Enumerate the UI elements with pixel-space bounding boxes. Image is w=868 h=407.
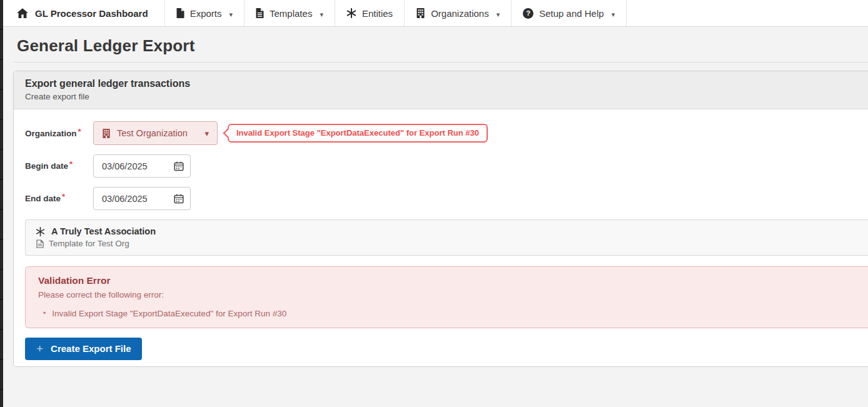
file-icon: [176, 8, 184, 18]
nav-item-label: Setup and Help: [539, 8, 603, 19]
end-date-row: End date* 03/06/2025: [25, 187, 868, 210]
plus-icon: [36, 343, 43, 354]
nav-item-exports[interactable]: Exports: [165, 0, 245, 26]
required-asterisk: *: [78, 127, 81, 136]
organization-label: Organization*: [25, 129, 93, 138]
nav-item-label: Entities: [362, 8, 393, 19]
panel-header: Export general ledger transactions Creat…: [14, 71, 868, 109]
chevron-down-icon: [227, 8, 233, 19]
nav-brand-home[interactable]: GL Processor Dashboard: [3, 0, 165, 26]
begin-date-row: Begin date* 03/06/2025: [25, 154, 868, 178]
page-title: General Ledger Export: [17, 36, 868, 56]
asterisk-icon: [36, 227, 45, 236]
nav-item-label: Organizations: [431, 8, 489, 19]
asterisk-icon: [346, 8, 356, 18]
nav-item-label: Templates: [270, 8, 312, 19]
organization-select-value: Test Organization: [117, 128, 188, 138]
begin-date-label: Begin date*: [25, 161, 93, 171]
panel-body: Organization* Test Organization Invalid …: [14, 109, 868, 366]
panel-title: Export general ledger transactions: [25, 78, 868, 89]
required-asterisk: *: [69, 159, 73, 169]
association-subtitle: Template for Test Org: [49, 239, 129, 248]
nav-item-organizations[interactable]: Organizations: [405, 0, 512, 26]
validation-error-message: Please correct the following error:: [38, 290, 868, 299]
end-date-label: End date*: [25, 194, 93, 203]
home-icon: [17, 8, 28, 18]
end-date-input[interactable]: 03/06/2025: [93, 187, 191, 210]
chevron-down-icon: [610, 8, 615, 19]
end-date-value: 03/06/2025: [102, 194, 148, 204]
required-asterisk: *: [62, 192, 65, 201]
file-lines-icon: [256, 8, 264, 18]
begin-date-value: 03/06/2025: [102, 161, 148, 171]
validation-error-box: Validation Error Please correct the foll…: [25, 266, 868, 328]
building-icon: [102, 129, 111, 138]
create-export-file-button[interactable]: Create Export File: [25, 338, 142, 360]
nav-brand-label: GL Processor Dashboard: [35, 8, 148, 19]
question-circle-icon: [523, 8, 533, 19]
begin-date-input[interactable]: 03/06/2025: [93, 154, 191, 178]
chevron-down-icon: [318, 8, 323, 19]
collapsed-side-panel[interactable]: [0, 0, 3, 407]
organization-select[interactable]: Test Organization: [93, 121, 218, 145]
top-navbar: GL Processor Dashboard Exports Templates…: [3, 0, 868, 27]
validation-error-title: Validation Error: [38, 275, 868, 286]
title-divider: [13, 62, 868, 63]
calendar-icon: [174, 194, 184, 204]
document-icon: [36, 239, 44, 248]
chevron-down-icon: [495, 8, 500, 19]
nav-item-setup-and-help[interactable]: Setup and Help: [512, 0, 627, 26]
association-title-row: A Truly Test Association: [36, 226, 868, 236]
building-icon: [416, 8, 425, 18]
validation-error-item: Invalid Export Stage "ExportDataExecuted…: [38, 309, 868, 318]
association-title: A Truly Test Association: [51, 226, 156, 236]
export-panel: Export general ledger transactions Creat…: [13, 71, 868, 367]
panel-subtitle: Create export file: [25, 92, 868, 101]
chevron-down-icon: [204, 128, 209, 138]
nav-item-label: Exports: [190, 8, 222, 19]
association-subtitle-row: Template for Test Org: [36, 239, 868, 248]
create-export-file-label: Create Export File: [51, 343, 131, 354]
association-list-item[interactable]: A Truly Test Association Template for Te…: [25, 219, 868, 256]
nav-item-templates[interactable]: Templates: [245, 0, 335, 26]
organization-error-tooltip: Invalid Export Stage "ExportDataExecuted…: [228, 124, 488, 143]
organization-row: Organization* Test Organization Invalid …: [25, 121, 868, 145]
calendar-icon: [174, 161, 184, 171]
nav-item-entities[interactable]: Entities: [335, 0, 405, 26]
